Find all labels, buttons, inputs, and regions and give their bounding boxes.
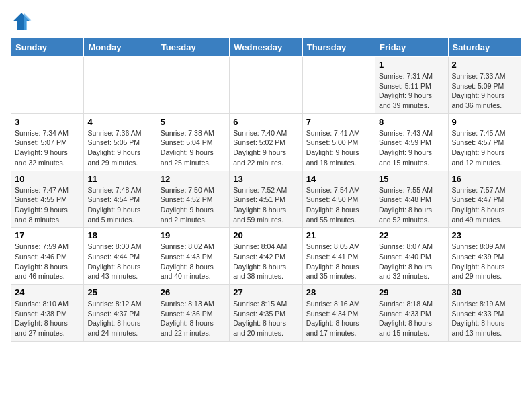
calendar-week-row: 3Sunrise: 7:34 AM Sunset: 5:07 PM Daylig… — [11, 113, 521, 171]
day-number: 27 — [233, 287, 298, 298]
day-number: 2 — [452, 60, 517, 70]
calendar-cell: 14Sunrise: 7:54 AM Sunset: 4:50 PM Dayli… — [302, 171, 375, 228]
weekday-header: Tuesday — [157, 38, 229, 57]
day-info: Sunrise: 7:47 AM Sunset: 4:55 PM Dayligh… — [15, 185, 80, 225]
day-info: Sunrise: 7:41 AM Sunset: 5:00 PM Dayligh… — [306, 128, 371, 168]
day-info: Sunrise: 8:07 AM Sunset: 4:40 PM Dayligh… — [379, 242, 444, 281]
day-number: 10 — [15, 174, 80, 184]
day-info: Sunrise: 7:34 AM Sunset: 5:07 PM Dayligh… — [15, 128, 80, 168]
day-number: 3 — [15, 117, 80, 127]
day-number: 1 — [379, 60, 444, 70]
day-number: 20 — [233, 230, 298, 240]
day-number: 18 — [87, 230, 152, 240]
calendar-cell: 11Sunrise: 7:48 AM Sunset: 4:54 PM Dayli… — [84, 171, 157, 228]
day-info: Sunrise: 7:33 AM Sunset: 5:09 PM Dayligh… — [452, 71, 517, 111]
day-number: 4 — [87, 117, 152, 127]
day-info: Sunrise: 8:15 AM Sunset: 4:35 PM Dayligh… — [233, 299, 298, 338]
day-number: 28 — [306, 287, 371, 298]
day-info: Sunrise: 8:09 AM Sunset: 4:39 PM Dayligh… — [452, 242, 517, 281]
day-info: Sunrise: 7:43 AM Sunset: 4:59 PM Dayligh… — [379, 128, 444, 168]
calendar-cell: 16Sunrise: 7:57 AM Sunset: 4:47 PM Dayli… — [448, 171, 521, 228]
calendar-cell: 20Sunrise: 8:04 AM Sunset: 4:42 PM Dayli… — [230, 228, 302, 285]
weekday-header: Sunday — [11, 38, 84, 57]
calendar-week-row: 17Sunrise: 7:59 AM Sunset: 4:46 PM Dayli… — [11, 228, 521, 285]
calendar-cell: 5Sunrise: 7:38 AM Sunset: 5:04 PM Daylig… — [157, 113, 229, 171]
calendar-week-row: 24Sunrise: 8:10 AM Sunset: 4:38 PM Dayli… — [11, 285, 521, 342]
day-number: 19 — [161, 230, 226, 240]
day-number: 22 — [379, 230, 444, 240]
calendar-table: SundayMondayTuesdayWednesdayThursdayFrid… — [11, 38, 521, 342]
day-info: Sunrise: 7:55 AM Sunset: 4:48 PM Dayligh… — [379, 185, 444, 225]
day-number: 15 — [379, 174, 444, 184]
calendar-cell — [84, 57, 157, 114]
day-number: 24 — [15, 287, 80, 298]
calendar-cell: 3Sunrise: 7:34 AM Sunset: 5:07 PM Daylig… — [11, 113, 84, 171]
day-info: Sunrise: 8:16 AM Sunset: 4:34 PM Dayligh… — [306, 299, 371, 338]
day-info: Sunrise: 8:19 AM Sunset: 4:33 PM Dayligh… — [452, 299, 517, 338]
calendar-cell: 26Sunrise: 8:13 AM Sunset: 4:36 PM Dayli… — [157, 285, 229, 342]
calendar-cell — [230, 57, 302, 114]
calendar-cell: 23Sunrise: 8:09 AM Sunset: 4:39 PM Dayli… — [448, 228, 521, 285]
calendar-cell: 29Sunrise: 8:18 AM Sunset: 4:33 PM Dayli… — [375, 285, 448, 342]
weekday-header: Monday — [84, 38, 157, 57]
calendar-header: SundayMondayTuesdayWednesdayThursdayFrid… — [11, 38, 521, 57]
weekday-header-row: SundayMondayTuesdayWednesdayThursdayFrid… — [11, 38, 521, 57]
calendar-cell — [302, 57, 375, 114]
day-number: 6 — [233, 117, 298, 127]
page-header — [11, 11, 521, 32]
day-number: 5 — [161, 117, 226, 127]
calendar-cell: 15Sunrise: 7:55 AM Sunset: 4:48 PM Dayli… — [375, 171, 448, 228]
calendar-cell: 21Sunrise: 8:05 AM Sunset: 4:41 PM Dayli… — [302, 228, 375, 285]
calendar-cell: 6Sunrise: 7:40 AM Sunset: 5:02 PM Daylig… — [230, 113, 302, 171]
day-info: Sunrise: 7:45 AM Sunset: 4:57 PM Dayligh… — [452, 128, 517, 168]
day-number: 21 — [306, 230, 371, 240]
calendar-week-row: 1Sunrise: 7:31 AM Sunset: 5:11 PM Daylig… — [11, 57, 521, 114]
calendar-cell: 19Sunrise: 8:02 AM Sunset: 4:43 PM Dayli… — [157, 228, 229, 285]
day-info: Sunrise: 7:31 AM Sunset: 5:11 PM Dayligh… — [379, 71, 444, 111]
day-number: 12 — [161, 174, 226, 184]
logo-icon — [11, 11, 32, 32]
calendar-cell: 24Sunrise: 8:10 AM Sunset: 4:38 PM Dayli… — [11, 285, 84, 342]
calendar-cell: 8Sunrise: 7:43 AM Sunset: 4:59 PM Daylig… — [375, 113, 448, 171]
day-info: Sunrise: 7:59 AM Sunset: 4:46 PM Dayligh… — [15, 242, 80, 281]
day-number: 26 — [161, 287, 226, 298]
weekday-header: Wednesday — [230, 38, 302, 57]
day-info: Sunrise: 8:00 AM Sunset: 4:44 PM Dayligh… — [87, 242, 152, 281]
calendar-cell: 30Sunrise: 8:19 AM Sunset: 4:33 PM Dayli… — [448, 285, 521, 342]
day-number: 8 — [379, 117, 444, 127]
day-info: Sunrise: 7:54 AM Sunset: 4:50 PM Dayligh… — [306, 185, 371, 225]
calendar-cell: 17Sunrise: 7:59 AM Sunset: 4:46 PM Dayli… — [11, 228, 84, 285]
day-info: Sunrise: 8:02 AM Sunset: 4:43 PM Dayligh… — [161, 242, 226, 281]
day-info: Sunrise: 8:05 AM Sunset: 4:41 PM Dayligh… — [306, 242, 371, 281]
calendar-cell: 13Sunrise: 7:52 AM Sunset: 4:51 PM Dayli… — [230, 171, 302, 228]
day-info: Sunrise: 7:38 AM Sunset: 5:04 PM Dayligh… — [161, 128, 226, 168]
day-number: 13 — [233, 174, 298, 184]
day-info: Sunrise: 7:50 AM Sunset: 4:52 PM Dayligh… — [161, 185, 226, 225]
day-number: 25 — [87, 287, 152, 298]
day-info: Sunrise: 7:48 AM Sunset: 4:54 PM Dayligh… — [87, 185, 152, 225]
calendar-cell — [157, 57, 229, 114]
day-number: 30 — [452, 287, 517, 298]
calendar-cell: 4Sunrise: 7:36 AM Sunset: 5:05 PM Daylig… — [84, 113, 157, 171]
day-info: Sunrise: 8:10 AM Sunset: 4:38 PM Dayligh… — [15, 299, 80, 338]
day-info: Sunrise: 7:57 AM Sunset: 4:47 PM Dayligh… — [452, 185, 517, 225]
calendar-cell: 2Sunrise: 7:33 AM Sunset: 5:09 PM Daylig… — [448, 57, 521, 114]
calendar-cell: 27Sunrise: 8:15 AM Sunset: 4:35 PM Dayli… — [230, 285, 302, 342]
calendar-body: 1Sunrise: 7:31 AM Sunset: 5:11 PM Daylig… — [11, 57, 521, 342]
day-number: 9 — [452, 117, 517, 127]
day-info: Sunrise: 7:36 AM Sunset: 5:05 PM Dayligh… — [87, 128, 152, 168]
day-number: 23 — [452, 230, 517, 240]
calendar-cell: 18Sunrise: 8:00 AM Sunset: 4:44 PM Dayli… — [84, 228, 157, 285]
logo — [11, 11, 35, 32]
weekday-header: Saturday — [448, 38, 521, 57]
day-number: 17 — [15, 230, 80, 240]
calendar-cell: 28Sunrise: 8:16 AM Sunset: 4:34 PM Dayli… — [302, 285, 375, 342]
calendar-cell: 25Sunrise: 8:12 AM Sunset: 4:37 PM Dayli… — [84, 285, 157, 342]
day-info: Sunrise: 7:40 AM Sunset: 5:02 PM Dayligh… — [233, 128, 298, 168]
day-info: Sunrise: 8:12 AM Sunset: 4:37 PM Dayligh… — [87, 299, 152, 338]
calendar-cell: 10Sunrise: 7:47 AM Sunset: 4:55 PM Dayli… — [11, 171, 84, 228]
day-info: Sunrise: 7:52 AM Sunset: 4:51 PM Dayligh… — [233, 185, 298, 225]
svg-marker-0 — [13, 13, 30, 30]
day-info: Sunrise: 8:04 AM Sunset: 4:42 PM Dayligh… — [233, 242, 298, 281]
calendar-cell — [11, 57, 84, 114]
